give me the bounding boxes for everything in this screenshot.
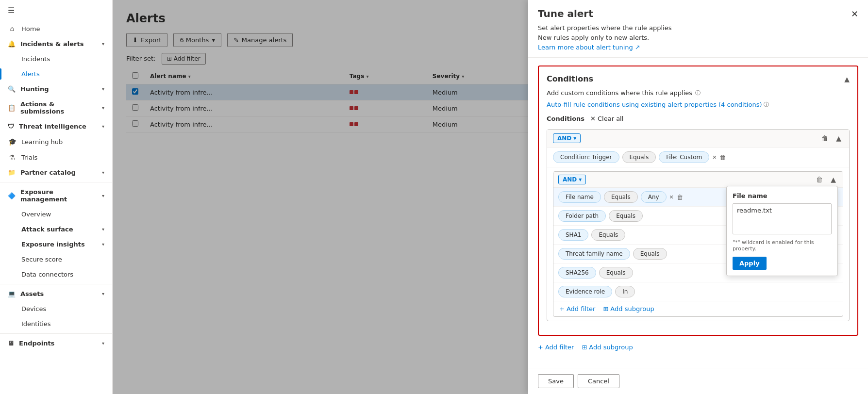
clear-all-button[interactable]: ✕ Clear all bbox=[588, 114, 625, 123]
apply-button[interactable]: Apply bbox=[733, 257, 767, 270]
chevron-down-icon: ▾ bbox=[102, 341, 104, 346]
sidebar-item-hunting[interactable]: 🔍 Hunting ▾ bbox=[0, 82, 112, 97]
inner-and-group: AND ▾ 🗑 ▲ File name Equals bbox=[553, 171, 843, 317]
chevron-down-icon: ▾ bbox=[102, 227, 104, 232]
hamburger-icon[interactable]: ☰ bbox=[0, 0, 112, 21]
inner-add-filter-link[interactable]: + Add filter bbox=[559, 305, 595, 312]
panel-description-line1: Set alert properties where the rule appl… bbox=[538, 23, 858, 33]
chevron-down-icon: ▾ bbox=[102, 86, 104, 92]
sidebar-item-exposure-management[interactable]: 🔷 Exposure management ▾ bbox=[0, 184, 112, 207]
file-name-pill[interactable]: File name bbox=[558, 191, 601, 203]
subgroup-icon-bottom: ⊞ bbox=[582, 344, 587, 351]
bottom-add-filter-link[interactable]: + Add filter bbox=[538, 344, 574, 351]
cancel-button[interactable]: Cancel bbox=[578, 374, 619, 388]
equals-pill-sha256[interactable]: Equals bbox=[599, 267, 633, 279]
delete-icon: 🗑 bbox=[816, 176, 823, 183]
home-icon: ⌂ bbox=[8, 25, 17, 33]
delete-condition-button[interactable]: 🗑 bbox=[719, 154, 726, 161]
sidebar: ☰ ⌂ Home 🔔 Incidents & alerts ▾ Incident… bbox=[0, 0, 113, 394]
sha256-pill[interactable]: SHA256 bbox=[558, 267, 596, 279]
collapse-button[interactable]: ▲ bbox=[844, 75, 850, 83]
equals-pill-folder[interactable]: Equals bbox=[609, 210, 643, 222]
sha1-pill[interactable]: SHA1 bbox=[558, 229, 588, 241]
evidence-role-pill[interactable]: Evidence role bbox=[558, 286, 612, 297]
equals-pill-sha1[interactable]: Equals bbox=[591, 229, 625, 241]
bottom-add-subgroup-label: Add subgroup bbox=[589, 344, 633, 351]
condition-trigger-pill[interactable]: Condition: Trigger bbox=[553, 151, 619, 163]
sidebar-item-label: Data connectors bbox=[21, 271, 73, 278]
sidebar-item-threat-intelligence[interactable]: 🛡 Threat intelligence ▾ bbox=[0, 119, 112, 134]
and-badge[interactable]: AND ▾ bbox=[553, 133, 581, 143]
outer-and-group: AND ▾ 🗑 ▲ Condition: Trigger Equals File… bbox=[547, 129, 850, 321]
close-button[interactable]: ✕ bbox=[849, 7, 860, 21]
clear-icon: ✕ bbox=[590, 115, 596, 122]
file-custom-pill[interactable]: File: Custom bbox=[659, 151, 709, 163]
partner-icon: 📁 bbox=[8, 169, 16, 176]
save-button[interactable]: Save bbox=[538, 374, 574, 388]
sidebar-item-label: Learning hub bbox=[21, 138, 63, 146]
sidebar-item-learning-hub[interactable]: 🎓 Learning hub bbox=[0, 134, 112, 149]
sidebar-item-endpoints[interactable]: 🖥 Endpoints ▾ bbox=[0, 336, 112, 351]
sidebar-item-label: Exposure insights bbox=[21, 241, 85, 248]
sidebar-item-trials[interactable]: ⚗ Trials bbox=[0, 149, 112, 165]
trigger-condition-row: Condition: Trigger Equals File: Custom ✕… bbox=[547, 148, 849, 167]
actions-icon: 📋 bbox=[8, 104, 16, 112]
sidebar-item-incidents[interactable]: Incidents bbox=[0, 51, 112, 66]
sidebar-item-label: Trials bbox=[21, 154, 37, 161]
sidebar-item-actions[interactable]: 📋 Actions & submissions ▾ bbox=[0, 97, 112, 119]
in-pill-evidence[interactable]: In bbox=[615, 286, 635, 297]
sidebar-item-assets[interactable]: 💻 Assets ▾ bbox=[0, 286, 112, 301]
equals-pill[interactable]: Equals bbox=[622, 151, 656, 163]
sidebar-item-label: Endpoints bbox=[19, 340, 54, 347]
inner-and-label: AND bbox=[563, 176, 577, 183]
sidebar-item-label: Exposure management bbox=[20, 188, 97, 203]
bottom-add-subgroup-link[interactable]: ⊞ Add subgroup bbox=[582, 344, 633, 351]
delete-filename-button[interactable]: 🗑 bbox=[677, 194, 683, 201]
sidebar-item-overview[interactable]: Overview bbox=[0, 207, 112, 222]
inner-add-subgroup-link[interactable]: ⊞ Add subgroup bbox=[603, 305, 654, 312]
clear-all-label: Clear all bbox=[598, 115, 623, 122]
equals-pill-file[interactable]: Equals bbox=[604, 191, 638, 203]
sidebar-item-secure-score[interactable]: Secure score bbox=[0, 252, 112, 267]
and-header: AND ▾ 🗑 ▲ bbox=[547, 130, 849, 148]
filename-input[interactable]: readme.txt bbox=[733, 203, 832, 234]
sidebar-item-label: Partner catalog bbox=[20, 169, 76, 176]
sidebar-item-exposure-insights[interactable]: Exposure insights ▾ bbox=[0, 237, 112, 252]
sidebar-item-incidents-alerts[interactable]: 🔔 Incidents & alerts ▾ bbox=[0, 36, 112, 51]
sidebar-item-label: Attack surface bbox=[21, 226, 73, 233]
and-label: AND bbox=[557, 135, 571, 142]
collapse-group-button[interactable]: ▲ bbox=[834, 133, 843, 143]
sidebar-item-data-connectors[interactable]: Data connectors bbox=[0, 267, 112, 282]
delete-inner-group-button[interactable]: 🗑 bbox=[814, 175, 825, 184]
sidebar-item-identities[interactable]: Identities bbox=[0, 316, 112, 331]
any-pill[interactable]: Any bbox=[641, 191, 667, 203]
threat-family-pill[interactable]: Threat family name bbox=[558, 248, 630, 260]
assets-icon: 💻 bbox=[8, 290, 16, 297]
close-icon: ✕ bbox=[851, 9, 858, 19]
sidebar-item-label: Incidents & alerts bbox=[20, 40, 83, 48]
sidebar-item-devices[interactable]: Devices bbox=[0, 301, 112, 316]
sidebar-item-label: Secure score bbox=[21, 256, 62, 263]
folder-path-pill[interactable]: Folder path bbox=[558, 210, 606, 222]
popup-hint: "*" wildcard is enabled for this propert… bbox=[733, 239, 832, 252]
panel-body: Conditions ▲ Add custom conditions where… bbox=[528, 58, 868, 368]
close-filename-button[interactable]: ✕ bbox=[669, 194, 674, 200]
sidebar-item-attack-surface[interactable]: Attack surface ▾ bbox=[0, 222, 112, 237]
sidebar-item-alerts[interactable]: Alerts bbox=[0, 66, 112, 82]
learn-more-link[interactable]: Learn more about alert tuning ↗ bbox=[538, 44, 640, 51]
close-condition-button[interactable]: ✕ bbox=[712, 154, 717, 161]
learning-icon: 🎓 bbox=[8, 138, 17, 146]
equals-pill-threat[interactable]: Equals bbox=[633, 248, 667, 260]
sidebar-item-partner-catalog[interactable]: 📁 Partner catalog ▾ bbox=[0, 165, 112, 180]
sidebar-item-label: Alerts bbox=[21, 70, 40, 78]
panel-title: Tune alert bbox=[538, 8, 858, 19]
conditions-section: Conditions ▲ Add custom conditions where… bbox=[538, 66, 858, 336]
popup-title: File name bbox=[733, 192, 832, 199]
collapse-inner-group-button[interactable]: ▲ bbox=[829, 175, 838, 184]
delete-group-button[interactable]: 🗑 bbox=[819, 133, 830, 143]
autofill-link[interactable]: Auto-fill rule conditions using existing… bbox=[547, 101, 769, 108]
sidebar-item-home[interactable]: ⌂ Home bbox=[0, 21, 112, 36]
plus-icon-bottom: + bbox=[538, 344, 543, 351]
inner-and-badge[interactable]: AND ▾ bbox=[558, 175, 586, 184]
sidebar-item-label: Hunting bbox=[20, 85, 49, 93]
